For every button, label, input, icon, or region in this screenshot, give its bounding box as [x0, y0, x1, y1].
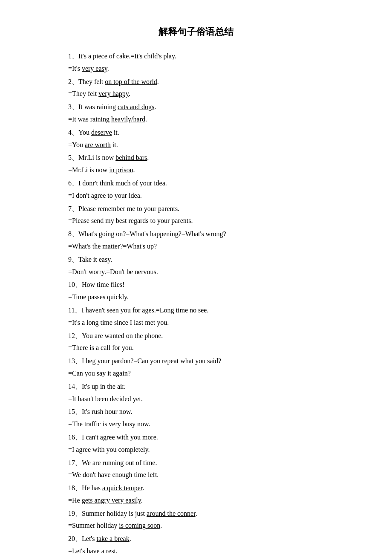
item-eq: =Summer holiday is coming soon. [68, 520, 324, 532]
item-eq: =You are worth it. [68, 139, 324, 151]
content-area: 1、It's a piece of cake.=It's child's pla… [68, 50, 324, 555]
item-main: 20、Let's take a break. [68, 533, 324, 545]
item-eq: =There is a call for you. [68, 342, 324, 354]
item-main: 13、I beg your pardon?=Can you repeat wha… [68, 355, 324, 367]
item-eq: =What's the matter?=What's up? [68, 240, 324, 253]
list-item: 10、How time flies! =Time passes quickly. [68, 279, 324, 304]
item-main: 2、They felt on top of the world. [68, 76, 324, 88]
list-item: 20、Let's take a break. =Let's have a res… [68, 533, 324, 555]
list-item: 8、What's going on?=What's happening?=Wha… [68, 228, 324, 253]
item-main: 8、What's going on?=What's happening?=Wha… [68, 228, 324, 240]
item-main: 17、We are running out of time. [68, 457, 324, 469]
item-main: 15、It's rush hour now. [68, 406, 324, 418]
list-item: 15、It's rush hour now. =The traffic is v… [68, 406, 324, 431]
item-main: 4、You deserve it. [68, 127, 324, 139]
item-eq: =It's a long time since I last met you. [68, 317, 324, 329]
item-main: 6、I donr't think much of your idea. [68, 177, 324, 190]
item-eq: =Let's have a rest. [68, 545, 324, 555]
list-item: 13、I beg your pardon?=Can you repeat wha… [68, 355, 324, 380]
item-main: 7、Please remember me to your parents. [68, 203, 324, 215]
list-item: 7、Please remember me to your parents. =P… [68, 203, 324, 228]
item-eq: =He gets angry very easily. [68, 494, 324, 507]
item-main: 19、Summer holiday is just around the con… [68, 508, 324, 520]
item-eq: =I agree with you completely. [68, 444, 324, 456]
list-item: 5、Mr.Li is now behind bars. =Mr.Li is no… [68, 152, 324, 176]
item-eq: =I don't agree to your idea. [68, 190, 324, 202]
item-eq: =Time passes quickly. [68, 291, 324, 304]
item-eq: =Don't worry.=Don't be nervous. [68, 266, 324, 278]
list-item: 12、You are wanted on the phone. =There i… [68, 330, 324, 355]
item-main: 18、He has a quick temper. [68, 482, 324, 494]
item-eq: =We don't have enough time left. [68, 469, 324, 481]
list-item: 19、Summer holiday is just around the con… [68, 508, 324, 532]
item-eq: =It's very easy. [68, 63, 324, 75]
list-item: 6、I donr't think much of your idea. =I d… [68, 177, 324, 202]
list-item: 9、Take it easy. =Don't worry.=Don't be n… [68, 254, 324, 278]
list-item: 17、We are running out of time. =We don't… [68, 457, 324, 482]
list-item: 11、I haven't seen you for ages.=Long tim… [68, 304, 324, 329]
item-eq: =The traffic is very busy now. [68, 418, 324, 431]
list-item: 14、It's up in the air. =It hasn't been d… [68, 381, 324, 405]
list-item: 16、I can't agree with you more. =I agree… [68, 431, 324, 456]
item-eq: =It hasn't been decided yet. [68, 393, 324, 405]
item-eq: =Can you say it again? [68, 367, 324, 380]
item-main: 1、It's a piece of cake.=It's child's pla… [68, 50, 324, 63]
page-title: 解释句子俗语总结 [68, 26, 324, 38]
item-main: 14、It's up in the air. [68, 381, 324, 393]
item-eq: =Mr.Li is now in prison. [68, 164, 324, 176]
item-main: 3、It was raining cats and dogs. [68, 101, 324, 113]
item-main: 12、You are wanted on the phone. [68, 330, 324, 342]
item-main: 5、Mr.Li is now behind bars. [68, 152, 324, 164]
list-item: 1、It's a piece of cake.=It's child's pla… [68, 50, 324, 75]
list-item: 2、They felt on top of the world. =They f… [68, 76, 324, 101]
item-main: 9、Take it easy. [68, 254, 324, 266]
item-eq: =Please send my best regards to your par… [68, 215, 324, 227]
list-item: 4、You deserve it. =You are worth it. [68, 127, 324, 151]
list-item: 18、He has a quick temper. =He gets angry… [68, 482, 324, 507]
item-main: 10、How time flies! [68, 279, 324, 291]
list-item: 3、It was raining cats and dogs. =It was … [68, 101, 324, 126]
item-main: 11、I haven't seen you for ages.=Long tim… [68, 304, 324, 317]
item-eq: =They felt very happy. [68, 88, 324, 100]
item-eq: =It was raining heavily/hard. [68, 113, 324, 126]
item-main: 16、I can't agree with you more. [68, 431, 324, 444]
